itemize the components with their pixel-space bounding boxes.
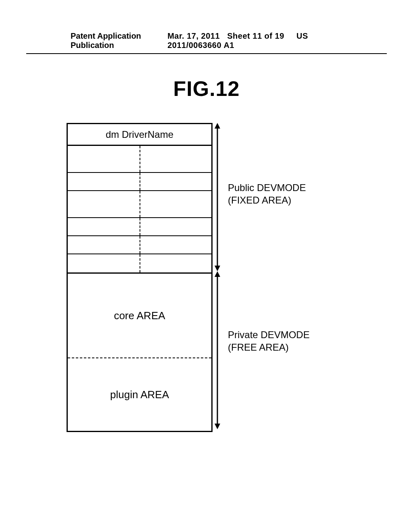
private-devmode-section: core AREA plugin AREA [68,272,211,431]
public-label-line1: Public DEVMODE [228,182,306,193]
svg-marker-5 [215,424,220,429]
private-devmode-label: Private DEVMODE (FREE AREA) [228,328,310,353]
public-row [68,218,211,236]
page-header: Patent Application Publication Mar. 17, … [26,31,387,54]
public-row [68,254,211,272]
header-meta: Mar. 17, 2011 Sheet 11 of 19 US 2011/006… [167,31,342,50]
public-devmode-label: Public DEVMODE (FIXED AREA) [228,181,306,206]
public-row [68,173,211,191]
public-row [68,236,211,254]
public-bracket [217,123,221,271]
header-sheet: Sheet 11 of 19 [227,31,284,40]
private-label-line2: (FREE AREA) [228,342,289,353]
driver-name-cell: dm DriverName [68,124,211,146]
devmode-diagram: dm DriverName core AREA plugin AREA [67,123,357,425]
header-publication: Patent Application Publication [71,31,167,50]
public-row [68,191,211,218]
svg-marker-1 [215,123,220,129]
public-row [68,146,211,173]
svg-marker-2 [215,266,220,271]
private-label-line1: Private DEVMODE [228,329,310,340]
public-devmode-rows [68,146,211,272]
svg-marker-4 [215,271,220,277]
private-bracket [217,271,221,429]
devmode-structure: dm DriverName core AREA plugin AREA [67,123,213,432]
plugin-area-cell: plugin AREA [68,358,211,431]
header-date: Mar. 17, 2011 [167,31,220,40]
core-area-cell: core AREA [68,274,211,358]
figure-title: FIG.12 [0,77,413,101]
public-label-line2: (FIXED AREA) [228,195,291,206]
